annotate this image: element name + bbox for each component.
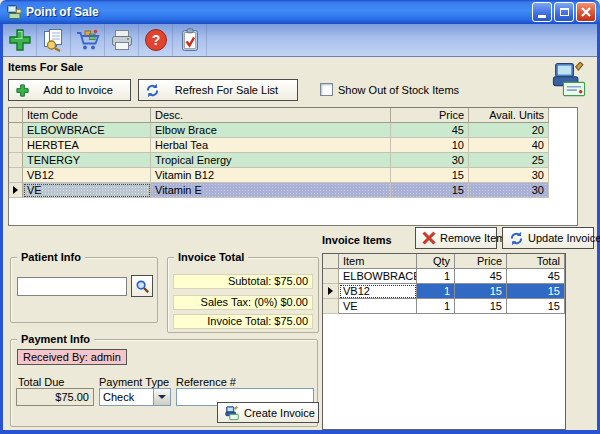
cell-total[interactable]: 15 <box>507 299 565 314</box>
cell-price[interactable]: 45 <box>391 123 469 138</box>
cell-avail-units[interactable]: 40 <box>469 138 549 153</box>
refresh-icon <box>145 83 160 98</box>
cell-desc[interactable]: Vitamin E <box>151 183 391 198</box>
new-toolbar-button[interactable] <box>3 24 37 56</box>
cell-price[interactable]: 10 <box>391 138 469 153</box>
row-selector-current[interactable] <box>323 284 339 299</box>
payment-type-dropdown[interactable]: Check <box>99 388 171 406</box>
add-to-invoice-button[interactable]: Add to Invoice <box>8 79 131 101</box>
find-invoices-toolbar-button[interactable] <box>37 24 71 56</box>
close-button[interactable] <box>576 2 596 22</box>
cell-avail-units[interactable]: 25 <box>469 153 549 168</box>
invoice-items-title: Invoice Items <box>322 234 392 246</box>
current-row-arrow-icon <box>13 186 18 194</box>
cell-qty[interactable]: 1 <box>417 269 455 284</box>
help-icon: ? <box>143 27 169 53</box>
column-header-price[interactable]: Price <box>391 108 469 123</box>
svg-text:?: ? <box>151 32 160 48</box>
table-row[interactable]: TENERGY Tropical Energy 30 25 <box>9 153 577 168</box>
sales-tax-field: Sales Tax: (0%) $0.00 <box>173 295 313 310</box>
patient-info-title: Patient Info <box>17 251 85 263</box>
cell-price[interactable]: 15 <box>391 168 469 183</box>
chevron-down-icon <box>158 395 166 399</box>
cell-desc[interactable]: Vitamin B12 <box>151 168 391 183</box>
create-invoice-icon <box>224 405 240 421</box>
maximize-button[interactable] <box>554 2 574 22</box>
row-selector-header <box>9 108 23 123</box>
orders-toolbar-button[interactable] <box>173 24 207 56</box>
patient-search-button[interactable] <box>131 275 153 297</box>
payment-info-title: Payment Info <box>17 333 94 345</box>
print-toolbar-button[interactable] <box>105 24 139 56</box>
row-selector[interactable] <box>9 138 23 153</box>
items-for-sale-title: Items For Sale <box>8 61 83 73</box>
table-row[interactable]: ELBOWBRACE Elbow Brace 45 20 <box>9 123 577 138</box>
update-invoice-label: Update Invoice <box>526 232 600 244</box>
create-invoice-button[interactable]: Create Invoice <box>217 402 319 423</box>
update-invoice-button[interactable]: Update Invoice <box>502 227 594 249</box>
invoice-total-groupbox: Invoice Total Subtotal: $75.00 Sales Tax… <box>167 257 319 333</box>
cell-avail-units[interactable]: 30 <box>469 168 549 183</box>
add-to-invoice-label: Add to Invoice <box>32 84 130 96</box>
cell-desc[interactable]: Elbow Brace <box>151 123 391 138</box>
cell-item[interactable]: VE <box>339 299 417 314</box>
plus-icon <box>15 83 30 98</box>
dropdown-button[interactable] <box>153 389 170 405</box>
show-out-of-stock-label: Show Out of Stock Items <box>338 84 459 96</box>
row-selector[interactable] <box>9 123 23 138</box>
cell-avail-units[interactable]: 30 <box>469 183 549 198</box>
refresh-for-sale-list-button[interactable]: Refresh For Sale List <box>138 79 298 101</box>
patient-info-groupbox: Patient Info <box>10 257 158 323</box>
column-header-price[interactable]: Price <box>455 254 507 269</box>
cell-item-code[interactable]: ELBOWBRACE <box>23 123 151 138</box>
column-header-item[interactable]: Item <box>339 254 417 269</box>
minimize-button[interactable] <box>532 2 552 22</box>
cell-qty[interactable]: 1 <box>417 299 455 314</box>
cell-total[interactable]: 15 <box>507 284 565 299</box>
show-out-of-stock-checkbox[interactable] <box>320 83 333 96</box>
cell-price[interactable]: 30 <box>391 153 469 168</box>
window-border-bottom <box>0 430 600 434</box>
cell-qty[interactable]: 1 <box>417 284 455 299</box>
row-selector[interactable] <box>323 269 339 284</box>
column-header-item-code[interactable]: Item Code <box>23 108 151 123</box>
payment-info-groupbox: Payment Info Received By: admin Total Du… <box>10 339 318 427</box>
table-row[interactable]: VB12 Vitamin B12 15 30 <box>9 168 577 183</box>
payment-type-label: Payment Type <box>99 376 169 388</box>
cell-price[interactable]: 15 <box>455 299 507 314</box>
column-header-qty[interactable]: Qty <box>417 254 455 269</box>
cell-desc[interactable]: Tropical Energy <box>151 153 391 168</box>
cell-avail-units[interactable]: 20 <box>469 123 549 138</box>
help-toolbar-button[interactable]: ? <box>139 24 173 56</box>
row-selector[interactable] <box>9 153 23 168</box>
table-row[interactable]: VE 1 15 15 <box>323 299 565 314</box>
row-selector[interactable] <box>323 299 339 314</box>
titlebar: Point of Sale <box>0 0 600 24</box>
remove-item-button[interactable]: Remove Item <box>415 227 497 249</box>
invoice-total-title: Invoice Total <box>174 251 248 263</box>
cell-item[interactable]: ELBOWBRACE <box>339 269 417 284</box>
cell-item-code[interactable]: VB12 <box>23 168 151 183</box>
cell-item-code[interactable]: VE <box>23 183 151 198</box>
patient-search-input[interactable] <box>17 277 127 296</box>
table-row[interactable]: ELBOWBRACE 1 45 45 <box>323 269 565 284</box>
cell-desc[interactable]: Herbal Tea <box>151 138 391 153</box>
cell-item-code[interactable]: TENERGY <box>23 153 151 168</box>
column-header-total[interactable]: Total <box>507 254 565 269</box>
cell-price[interactable]: 15 <box>391 183 469 198</box>
column-header-desc[interactable]: Desc. <box>151 108 391 123</box>
cell-item-code[interactable]: HERBTEA <box>23 138 151 153</box>
items-for-sale-grid: Item Code Desc. Price Avail. Units ELBOW… <box>8 107 578 226</box>
cell-price[interactable]: 45 <box>455 269 507 284</box>
row-selector-current[interactable] <box>9 183 23 198</box>
items-grid-header-row: Item Code Desc. Price Avail. Units <box>9 108 577 123</box>
point-of-sale-toolbar-button[interactable] <box>71 24 105 56</box>
table-row-selected[interactable]: VB12 1 15 15 <box>323 284 565 299</box>
table-row[interactable]: HERBTEA Herbal Tea 10 40 <box>9 138 577 153</box>
cell-price[interactable]: 15 <box>455 284 507 299</box>
row-selector[interactable] <box>9 168 23 183</box>
cell-total[interactable]: 45 <box>507 269 565 284</box>
column-header-avail-units[interactable]: Avail. Units <box>469 108 549 123</box>
cell-item-focused[interactable]: VB12 <box>339 284 417 299</box>
table-row-selected[interactable]: VE Vitamin E 15 30 <box>9 183 577 198</box>
